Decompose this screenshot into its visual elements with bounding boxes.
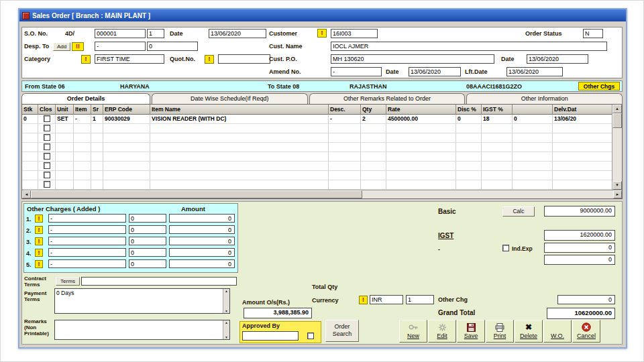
- charge-select[interactable]: -: [48, 259, 126, 268]
- cell-item-name[interactable]: VISION READER (WITH DC): [150, 115, 329, 124]
- quot-no-input[interactable]: [218, 54, 270, 64]
- close-checkbox[interactable]: [44, 134, 50, 141]
- customer-lookup-button[interactable]: !: [317, 29, 327, 38]
- charge-select[interactable]: -: [48, 248, 126, 257]
- currency-lookup-button[interactable]: !: [359, 296, 368, 304]
- new-button[interactable]: New: [399, 320, 427, 343]
- cell-desc[interactable]: -: [329, 115, 361, 124]
- wo-button[interactable]: W.O.: [543, 320, 572, 343]
- currency-code-input[interactable]: INR: [370, 295, 403, 304]
- textarea-scrollbar[interactable]: ▲▼: [223, 320, 229, 339]
- scroll-up-icon[interactable]: ▲: [223, 320, 229, 324]
- cell-qty[interactable]: 2: [361, 115, 386, 124]
- approved-by-input[interactable]: [242, 331, 299, 341]
- tab-order-details[interactable]: Order Details: [21, 93, 150, 104]
- quot-no-lookup-button[interactable]: !: [205, 55, 214, 64]
- charge-lookup-button[interactable]: !: [35, 226, 43, 234]
- scroll-left-icon[interactable]: ◄: [22, 190, 31, 198]
- charge-amount[interactable]: 0: [169, 237, 235, 245]
- desp-lookup-button[interactable]: !!: [72, 42, 84, 51]
- close-checkbox[interactable]: [44, 143, 50, 150]
- currency-rate-input[interactable]: 1: [406, 295, 434, 304]
- so-rev-input[interactable]: 1: [147, 29, 164, 38]
- charge-select[interactable]: -: [48, 225, 126, 234]
- scroll-down-icon[interactable]: ▼: [223, 309, 229, 313]
- cell-disc[interactable]: 0: [456, 115, 482, 124]
- contract-terms-input[interactable]: [81, 277, 237, 286]
- desp-add-button[interactable]: Add: [53, 42, 70, 51]
- amend-no-input[interactable]: -: [331, 67, 382, 76]
- cell-cess[interactable]: 0: [513, 115, 553, 124]
- po-date-input[interactable]: 13/06/2020: [527, 54, 588, 64]
- horizontal-scrollbar[interactable]: ◄ ►: [22, 190, 622, 198]
- horizontal-scroll-thumb[interactable]: [31, 190, 362, 198]
- delete-button[interactable]: ✖ Delete: [515, 320, 543, 343]
- other-chgs-button[interactable]: Other Chgs: [578, 82, 620, 90]
- save-button[interactable]: Save: [457, 320, 485, 343]
- charge-lookup-button[interactable]: !: [35, 215, 43, 223]
- charge-select[interactable]: -: [48, 237, 126, 245]
- close-checkbox[interactable]: [44, 115, 50, 122]
- tab-date-wise-schedule[interactable]: Date Wise Schedule(If Reqd): [152, 93, 308, 104]
- cell-rate[interactable]: 4500000.00: [386, 115, 456, 124]
- tab-other-information[interactable]: Other Information: [466, 93, 623, 104]
- vertical-scrollbar[interactable]: ▲ ▼: [612, 105, 622, 190]
- remarks-textarea[interactable]: ▲▼: [54, 320, 230, 340]
- desp-to-input-2[interactable]: 0: [147, 42, 198, 51]
- tab-other-remarks[interactable]: Other Remarks Related to Order: [309, 93, 466, 104]
- scroll-down-icon[interactable]: ▼: [223, 335, 229, 339]
- order-search-button[interactable]: Order Search: [325, 320, 359, 342]
- so-number-input[interactable]: 000001: [95, 29, 146, 38]
- order-date-input[interactable]: 13/06/2020: [209, 29, 266, 38]
- charge-lookup-button[interactable]: !: [35, 260, 43, 268]
- charge-amount[interactable]: 0: [169, 259, 235, 268]
- charge-value-input[interactable]: 0: [129, 214, 166, 223]
- close-checkbox[interactable]: [44, 181, 50, 188]
- payment-terms-textarea[interactable]: 0 Days ▲▼: [54, 288, 230, 314]
- vertical-scroll-thumb[interactable]: [612, 113, 622, 128]
- print-button[interactable]: Print: [486, 320, 514, 343]
- category-input[interactable]: FIRST TIME: [95, 54, 164, 64]
- textarea-scrollbar[interactable]: ▲▼: [223, 289, 229, 313]
- charge-amount[interactable]: 0: [169, 225, 235, 234]
- charge-value-input[interactable]: 0: [129, 237, 166, 245]
- approved-checkbox[interactable]: [307, 333, 314, 339]
- cell-sr[interactable]: 1: [91, 115, 103, 124]
- scroll-right-icon[interactable]: ►: [613, 190, 622, 198]
- close-checkbox[interactable]: [44, 153, 50, 160]
- scroll-down-icon[interactable]: ▼: [612, 181, 622, 190]
- cancel-button[interactable]: Cancel: [572, 320, 600, 343]
- charge-value-input[interactable]: 0: [129, 225, 166, 234]
- terms-button[interactable]: Terms: [56, 277, 80, 286]
- cell-unit[interactable]: SET: [56, 115, 74, 124]
- charge-lookup-button[interactable]: !: [35, 249, 43, 257]
- cell-item[interactable]: -: [74, 115, 91, 124]
- calc-button[interactable]: Calc: [502, 206, 535, 217]
- cust-po-input[interactable]: MH 130620: [331, 54, 494, 64]
- close-checkbox[interactable]: [44, 125, 50, 131]
- order-status-input[interactable]: N: [583, 29, 603, 38]
- charge-amount[interactable]: 0: [169, 214, 235, 223]
- eff-date-input[interactable]: 13/06/2020: [506, 67, 563, 76]
- cell-igst[interactable]: 18: [482, 115, 513, 124]
- cell-stk[interactable]: 0: [22, 115, 38, 124]
- charge-select[interactable]: -: [48, 214, 126, 223]
- scroll-up-icon[interactable]: ▲: [612, 105, 622, 113]
- amend-date-input[interactable]: 13/06/2020: [409, 67, 461, 76]
- cust-name-input[interactable]: IOCL AJMER: [331, 42, 607, 51]
- cell-delv-date[interactable]: 13/06/20: [553, 115, 613, 124]
- ind-exp-checkbox[interactable]: [502, 245, 509, 251]
- charge-lookup-button[interactable]: !: [35, 237, 43, 245]
- table-row-1[interactable]: 0 SET - 1 90030029 VISION READER (WITH D…: [22, 115, 622, 124]
- titlebar[interactable]: Sales Order [ Branch : MAIN PLANT ]: [19, 9, 626, 21]
- cell-erp-code[interactable]: 90030029: [103, 115, 150, 124]
- scroll-up-icon[interactable]: ▲: [223, 289, 229, 293]
- customer-code-input[interactable]: 16I003: [331, 29, 378, 38]
- edit-button[interactable]: Edit: [428, 320, 456, 343]
- close-checkbox[interactable]: [44, 172, 50, 178]
- close-checkbox[interactable]: [44, 162, 50, 169]
- charge-amount[interactable]: 0: [169, 248, 235, 257]
- desp-to-input-1[interactable]: -: [95, 42, 146, 51]
- scroll-track[interactable]: [362, 190, 613, 198]
- category-lookup-button[interactable]: !: [81, 55, 91, 64]
